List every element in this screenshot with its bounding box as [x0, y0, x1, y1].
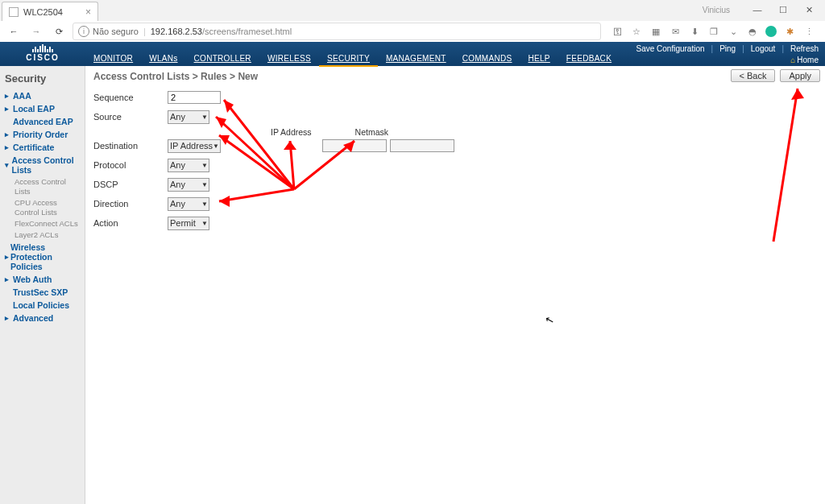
- label-sequence: Sequence: [93, 93, 168, 102]
- page-favicon-icon: [9, 7, 19, 17]
- breadcrumb: Access Control Lists > Rules > New: [93, 71, 817, 82]
- key-icon[interactable]: ⚿: [611, 25, 624, 38]
- os-user-label: Vinicius: [703, 6, 730, 14]
- nav-management[interactable]: MANAGEMENT: [378, 52, 454, 67]
- caret-right-icon: ▸: [5, 130, 11, 139]
- caret-right-icon: ▸: [5, 252, 9, 262]
- sidebar-sub-flexconnect-acl[interactable]: FlexConnect ACLs: [15, 218, 81, 229]
- download-icon[interactable]: ⬇: [688, 25, 701, 38]
- tag-icon[interactable]: ❐: [707, 25, 720, 38]
- nav-security[interactable]: SECURITY: [319, 52, 378, 67]
- apply-button[interactable]: Apply: [780, 69, 820, 82]
- url-input[interactable]: i Não seguro | 192.168.2.53 /screens/fra…: [73, 23, 601, 40]
- caret-right-icon: ▸: [5, 143, 11, 152]
- nav-help[interactable]: HELP: [520, 52, 558, 67]
- label-direction: Direction: [93, 199, 168, 209]
- extension-icon-2[interactable]: ✱: [783, 25, 796, 38]
- mail-icon[interactable]: ✉: [669, 25, 682, 38]
- header-buttons: < Back Apply: [731, 69, 820, 82]
- nav-wlans[interactable]: WLANs: [141, 52, 185, 67]
- back-button[interactable]: < Back: [731, 69, 776, 82]
- destination-netmask-input[interactable]: [390, 139, 454, 152]
- shield-icon[interactable]: ◓: [746, 25, 759, 38]
- label-ip-address: IP Address: [271, 127, 312, 137]
- app-header: CISCO MONITOR WLANs CONTROLLER WIRELESS …: [0, 42, 825, 66]
- sidebar-sub-cpu-acl[interactable]: CPU Access Control Lists: [15, 197, 81, 218]
- sidebar-item-local-eap[interactable]: ▸Local EAP: [3, 102, 81, 115]
- ping-link[interactable]: Ping: [719, 44, 736, 53]
- sidebar-item-certificate[interactable]: ▸Certificate: [3, 141, 81, 154]
- window-close-button[interactable]: ✕: [796, 2, 822, 18]
- back-button[interactable]: ←: [5, 23, 23, 40]
- label-action: Action: [93, 218, 168, 228]
- header-right-links: Save Configuration| Ping| Logout| Refres…: [636, 44, 819, 53]
- menu-icon[interactable]: ⋮: [802, 25, 815, 38]
- sidebar-item-web-auth[interactable]: ▸Web Auth: [3, 273, 81, 286]
- label-protocol: Protocol: [93, 160, 168, 170]
- sidebar-item-trustsec[interactable]: ▸TrustSec SXP: [3, 286, 81, 299]
- avatar-icon[interactable]: [765, 26, 777, 37]
- main-panel: < Back Apply Access Control Lists > Rule…: [85, 66, 825, 504]
- tab-bar: WLC2504 ×: [0, 0, 825, 21]
- sidebar-sub-acl-list[interactable]: Access Control Lists: [15, 176, 81, 197]
- save-config-link[interactable]: Save Configuration: [636, 44, 704, 53]
- protocol-select[interactable]: Any▼: [168, 159, 209, 172]
- reload-button[interactable]: ⟳: [50, 23, 68, 40]
- main-nav: MONITOR WLANs CONTROLLER WIRELESS SECURI…: [85, 52, 620, 66]
- pocket-icon[interactable]: ⌄: [727, 25, 740, 38]
- star-icon[interactable]: ☆: [630, 25, 643, 38]
- caret-right-icon: ▸: [5, 313, 11, 323]
- sidebar-item-aaa[interactable]: ▸AAA: [3, 89, 81, 102]
- sidebar-sub-acl: Access Control Lists CPU Access Control …: [3, 176, 81, 241]
- sidebar-sub-layer2-acl[interactable]: Layer2 ACLs: [15, 229, 81, 241]
- tab-close-icon[interactable]: ×: [85, 6, 91, 18]
- source-select[interactable]: Any▼: [168, 110, 209, 124]
- forward-button[interactable]: →: [27, 23, 45, 40]
- insecure-label: Não seguro: [93, 27, 139, 36]
- refresh-link[interactable]: Refresh: [790, 44, 819, 53]
- sidebar-item-acl[interactable]: ▾Access Control Lists: [3, 154, 81, 176]
- home-link[interactable]: ⌂Home: [790, 56, 819, 64]
- url-path: /screens/frameset.html: [202, 27, 292, 36]
- cisco-bars-icon: [32, 44, 53, 52]
- destination-ip-input[interactable]: [322, 139, 387, 152]
- browser-tab[interactable]: WLC2504 ×: [2, 2, 98, 21]
- nav-controller[interactable]: CONTROLLER: [186, 52, 259, 67]
- label-destination: Destination: [93, 141, 168, 151]
- sidebar-item-advanced-eap[interactable]: ▸Advanced EAP: [3, 115, 81, 128]
- window-maximize-button[interactable]: ☐: [770, 2, 796, 18]
- tab-title: WLC2504: [23, 7, 63, 17]
- sequence-input[interactable]: [168, 91, 221, 104]
- dscp-select[interactable]: Any▼: [168, 178, 209, 192]
- toolbar-icons: ⚿ ☆ ▦ ✉ ⬇ ❐ ⌄ ◓ ✱ ⋮: [606, 25, 820, 38]
- caret-right-icon: ▸: [5, 91, 11, 101]
- sidebar-title: Security: [3, 71, 81, 89]
- sidebar: Security ▸AAA ▸Local EAP ▸Advanced EAP ▸…: [0, 66, 85, 504]
- logout-link[interactable]: Logout: [751, 44, 776, 53]
- dropdown-icon: ▼: [201, 200, 208, 208]
- label-dscp: DSCP: [93, 180, 168, 189]
- sidebar-item-advanced[interactable]: ▸Advanced: [3, 312, 81, 324]
- sidebar-item-priority-order[interactable]: ▸Priority Order: [3, 128, 81, 141]
- nav-wireless[interactable]: WIRELESS: [259, 52, 319, 67]
- caret-right-icon: ▸: [5, 104, 11, 114]
- nav-monitor[interactable]: MONITOR: [85, 52, 141, 67]
- action-select[interactable]: Permit▼: [168, 217, 209, 230]
- caret-right-icon: ▸: [5, 275, 11, 284]
- nav-feedback[interactable]: FEEDBACK: [558, 52, 620, 67]
- brand-text: CISCO: [26, 53, 60, 62]
- url-host: 192.168.2.53: [151, 27, 202, 36]
- window-controls: Vinicius — ☐ ✕: [703, 2, 822, 18]
- info-icon[interactable]: i: [78, 26, 89, 37]
- separator: |: [143, 27, 146, 36]
- direction-select[interactable]: Any▼: [168, 197, 209, 211]
- extension-icon-1[interactable]: ▦: [649, 25, 662, 38]
- content-area: Security ▸AAA ▸Local EAP ▸Advanced EAP ▸…: [0, 66, 825, 504]
- window-minimize-button[interactable]: —: [744, 2, 770, 18]
- dropdown-icon: ▼: [201, 220, 208, 227]
- sidebar-item-local-policies[interactable]: ▸Local Policies: [3, 299, 81, 312]
- dropdown-icon: ▼: [201, 114, 208, 121]
- destination-select[interactable]: IP Address▼: [168, 139, 221, 153]
- sidebar-item-wpp[interactable]: ▸Wireless Protection Policies: [3, 241, 81, 273]
- nav-commands[interactable]: COMMANDS: [454, 52, 520, 67]
